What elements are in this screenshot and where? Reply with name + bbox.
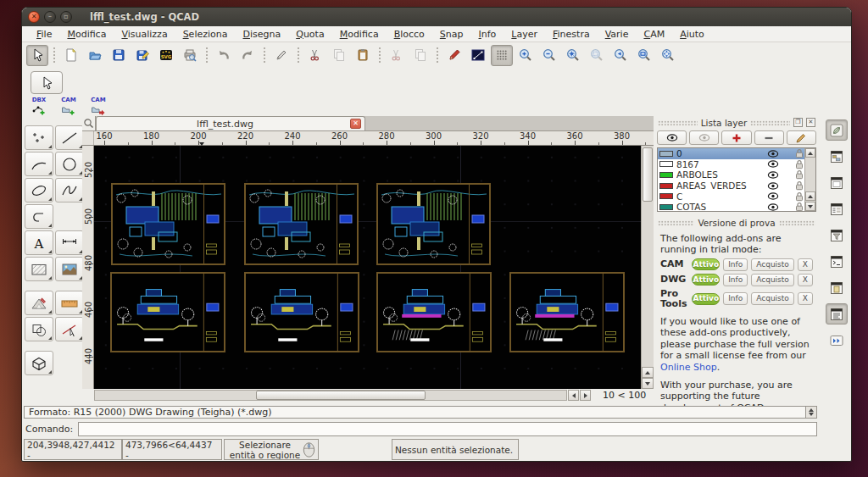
menu-modifica[interactable]: Modifica [59, 27, 114, 42]
info-button[interactable]: Info [723, 274, 748, 286]
tool-modify-button[interactable] [25, 291, 53, 315]
float-panel-icon[interactable]: ❐ [793, 118, 803, 127]
selection-tool-button[interactable] [26, 45, 48, 66]
zoom-in-button[interactable] [515, 45, 537, 66]
buy-button[interactable]: Acquisto [751, 258, 794, 271]
layer-list-scrollbar[interactable] [804, 148, 815, 211]
canvas[interactable] [94, 146, 641, 389]
copy-with-reference-button[interactable] [409, 45, 431, 66]
paste-button[interactable] [352, 45, 374, 66]
save-as-button[interactable] [131, 45, 153, 66]
document-tab[interactable]: lffl_test.dwg ✕ [96, 116, 365, 130]
dismiss-button[interactable]: X [798, 292, 813, 305]
layer-row-8167[interactable]: 8167 [658, 159, 815, 170]
menu-modifica[interactable]: Modifica [332, 27, 387, 42]
lock-icon[interactable] [794, 191, 804, 202]
add-layer-button[interactable] [721, 130, 751, 145]
command-line-dock-button[interactable] [826, 251, 848, 272]
close-panel-icon[interactable]: ✕ [806, 118, 815, 127]
block-list-dock-button[interactable] [826, 146, 848, 167]
layer-list-titlebar[interactable]: Lista layer ❐ ✕ [655, 116, 818, 129]
vertical-scrollbar[interactable] [641, 146, 654, 389]
horizontal-scrollbar-handle[interactable] [256, 391, 426, 400]
tab-close-icon[interactable]: ✕ [350, 119, 361, 129]
magnifier-icon[interactable] [82, 116, 96, 130]
tool-circle-button[interactable] [55, 152, 84, 176]
line-tool-button[interactable] [467, 45, 489, 66]
drawing-sheet-1[interactable] [111, 183, 225, 265]
lock-icon[interactable] [794, 202, 804, 212]
new-file-button[interactable] [60, 45, 82, 66]
menu-varie[interactable]: Varie [598, 27, 637, 42]
menu-layer[interactable]: Layer [504, 27, 545, 42]
undo-button[interactable] [213, 45, 235, 66]
close-window-icon[interactable]: ✕ [28, 11, 40, 23]
menu-visualizza[interactable]: Visualizza [114, 27, 175, 42]
hide-all-layers-button[interactable] [689, 130, 719, 145]
tool-polyline-button[interactable] [25, 204, 53, 229]
zoom-selection-button[interactable] [586, 45, 608, 66]
vertical-scrollbar-handle[interactable] [643, 147, 653, 202]
menu-snap[interactable]: Snap [432, 27, 471, 42]
dbx-button-0[interactable]: DBX [27, 97, 51, 120]
zoom-out-button[interactable] [538, 45, 560, 66]
edit-layer-button[interactable] [787, 130, 816, 145]
layer-row-AREAS_VERDES[interactable]: AREAS_VERDES [658, 180, 815, 191]
zoom-window-button[interactable] [633, 45, 655, 66]
layer-row-COTAS[interactable]: COTAS [658, 202, 815, 212]
layer-scroll-up2-icon[interactable] [805, 191, 815, 201]
clipboard-viewer-dock-button[interactable] [826, 277, 848, 298]
drawing-sheet-7[interactable] [509, 272, 625, 352]
eye-icon[interactable] [767, 202, 779, 212]
cut-with-reference-button[interactable] [386, 45, 408, 66]
selection-filter-dock-button[interactable] [826, 225, 848, 246]
online-shop-link[interactable]: Online Shop [660, 362, 717, 373]
view-list-dock-button[interactable] [826, 172, 848, 193]
layer-row-C[interactable]: C [658, 191, 815, 202]
buy-button[interactable]: Acquisto [751, 292, 794, 305]
title-bar[interactable]: ✕ – ▫ lffl_test.dwg - QCAD [22, 8, 851, 26]
menu-file[interactable]: File [29, 27, 59, 42]
menu-cam[interactable]: CAM [636, 27, 672, 42]
dismiss-button[interactable]: X [798, 258, 813, 271]
lock-icon[interactable] [794, 148, 804, 158]
eye-icon[interactable] [767, 170, 779, 180]
menu-aiuto[interactable]: Aiuto [672, 27, 712, 42]
layer-scroll-down-icon[interactable] [805, 202, 815, 211]
remove-layer-button[interactable] [754, 130, 784, 145]
tool-hatch-button[interactable] [25, 257, 53, 281]
tool-ruler-button[interactable] [55, 291, 84, 315]
cam-simulation-dock-button[interactable] [826, 330, 848, 351]
tool-points-button[interactable] [25, 125, 53, 150]
script-shell-dock-button[interactable] [826, 303, 848, 324]
menu-quota[interactable]: Quota [288, 27, 331, 42]
tool-shapes-button[interactable] [25, 317, 53, 341]
svg-export-button[interactable]: SVG [155, 45, 177, 66]
zoom-previous-button[interactable] [609, 45, 632, 66]
tool-image-button[interactable] [55, 257, 84, 281]
scroll-up-icon[interactable] [642, 367, 654, 378]
tool-solid-button[interactable] [25, 351, 53, 375]
eye-icon[interactable] [767, 191, 779, 201]
tool-arc-button[interactable] [25, 152, 53, 176]
drawing-sheet-5[interactable] [244, 272, 359, 352]
copy-button[interactable] [328, 45, 350, 66]
draw-tool-button[interactable] [270, 45, 292, 66]
open-file-button[interactable] [84, 45, 106, 66]
library-browser-dock-button[interactable] [826, 198, 848, 219]
maximize-window-icon[interactable]: ▫ [60, 11, 72, 23]
format-spinner[interactable] [806, 406, 817, 419]
eye-icon[interactable] [767, 149, 779, 158]
drawing-sheet-3[interactable] [376, 183, 491, 265]
edit-entity-button[interactable] [443, 45, 465, 66]
save-button[interactable] [108, 45, 130, 66]
menu-seleziona[interactable]: Seleziona [175, 27, 236, 42]
format-field[interactable]: Formato: R15 (2000) DWG Drawing (Teigha)… [24, 406, 806, 419]
menu-blocco[interactable]: Blocco [387, 27, 432, 42]
tool-spline-button[interactable] [55, 178, 84, 202]
drawing-sheet-2[interactable] [244, 183, 359, 265]
menu-disegna[interactable]: Disegna [235, 27, 288, 42]
horizontal-scrollbar[interactable] [94, 390, 567, 401]
menu-info[interactable]: Info [471, 27, 504, 42]
tool-ellipse-button[interactable] [25, 178, 53, 202]
